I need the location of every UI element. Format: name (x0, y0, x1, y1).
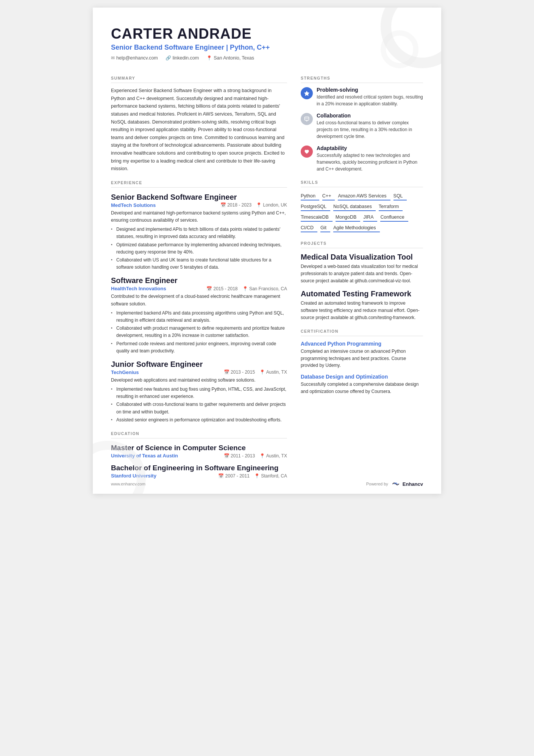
header: CARTER ANDRADE Senior Backend Software E… (111, 26, 423, 61)
project-item-1: Medical Data Visualization Tool Develope… (301, 253, 423, 285)
job-dates-icon-3: 📅 2013 - 2015 (224, 369, 255, 375)
skill-agile: Agile Methodologies (333, 224, 380, 232)
bullet-item: Implemented backend APIs and data proces… (111, 310, 287, 324)
strength-content-3: Adaptability Successfully adapted to new… (317, 145, 423, 172)
bullet-item: Optimized database performance by implem… (111, 241, 287, 256)
project-item-2: Automated Testing Framework Created an a… (301, 290, 423, 322)
edu-loc-icon-2: 📍 Stanford, CA (254, 473, 287, 479)
job-dates-icon-1: 📅 2018 - 2023 (220, 202, 251, 208)
powered-by-text: Powered by (366, 482, 388, 486)
svg-marker-0 (304, 91, 309, 96)
edu-degree-1: Master of Science in Computer Science (111, 444, 287, 452)
project-title-1: Medical Data Visualization Tool (301, 253, 423, 261)
job-dates-3: 📅 2013 - 2015 📍 Austin, TX (224, 369, 287, 375)
project-title-2: Automated Testing Framework (301, 290, 423, 298)
job-title-1: Senior Backend Software Engineer (111, 193, 287, 202)
candidate-name: CARTER ANDRADE (111, 26, 423, 42)
skills-section: SKILLS Python C++ Amazon AWS Services SQ… (301, 180, 423, 233)
edu-dates-1: 📅 2011 - 2013 📍 Austin, TX (224, 453, 287, 459)
job-meta-2: HealthTech Innovations 📅 2015 - 2018 📍 S… (111, 286, 287, 291)
contact-email: ✉ help@enhancv.com (111, 55, 158, 61)
skill-python: Python (301, 192, 319, 200)
job-meta-3: TechGenius 📅 2013 - 2015 📍 Austin, TX (111, 369, 287, 375)
bullet-item: Collaborated with cross-functional teams… (111, 401, 287, 415)
skill-cpp: C++ (322, 192, 335, 200)
edu-meta-1: University of Texas at Austin 📅 2011 - 2… (111, 453, 287, 459)
job-desc-1: Developed and maintained high-performanc… (111, 210, 287, 224)
summary-label: SUMMARY (111, 76, 287, 80)
edu-dates-icon-2: 📅 2007 - 2011 (218, 473, 249, 479)
candidate-title: Senior Backend Software Engineer | Pytho… (111, 44, 423, 52)
experience-divider (111, 187, 287, 188)
certification-divider (301, 336, 423, 336)
summary-divider (111, 83, 287, 83)
strengths-section: STRENGTHS Problem-solving Identified and… (301, 76, 423, 172)
cert-item-1: Advanced Python Programming Completed an… (301, 341, 423, 369)
job-company-1: MedTech Solutions (111, 202, 156, 208)
strength-desc-1: Identified and resolved critical system … (317, 94, 423, 107)
skill-sql: SQL (393, 192, 407, 200)
job-location-icon-2: 📍 San Francisco, CA (242, 286, 287, 291)
linkedin-icon: 🔗 (166, 55, 171, 61)
footer-url: www.enhancv.com (111, 482, 145, 486)
resume-page: CARTER ANDRADE Senior Backend Software E… (93, 8, 441, 494)
skill-git: Git (320, 224, 330, 232)
page-footer: www.enhancv.com Powered by Enhancv (111, 481, 423, 487)
skill-aws: Amazon AWS Services (338, 192, 390, 200)
job-location-icon-3: 📍 Austin, TX (259, 369, 287, 375)
job-desc-3: Developed web applications and maintaine… (111, 377, 287, 384)
skill-mongodb: MongoDB (336, 213, 361, 222)
summary-text: Experienced Senior Backend Software Engi… (111, 87, 287, 173)
contact-linkedin: 🔗 linkedin.com (166, 55, 199, 61)
skill-cicd: CI/CD (301, 224, 317, 232)
contact-location: 📍 San Antonio, Texas (206, 55, 254, 61)
bullet-item: Collaborated with US and UK teams to cre… (111, 257, 287, 271)
edu-school-1: University of Texas at Austin (111, 453, 178, 459)
cert-item-2: Database Design and Optimization Success… (301, 374, 423, 395)
skills-divider (301, 187, 423, 187)
job-dates-2: 📅 2015 - 2018 📍 San Francisco, CA (206, 286, 287, 291)
bullet-item: Performed code reviews and mentored juni… (111, 340, 287, 355)
bullet-item: Designed and implemented APIs to fetch b… (111, 226, 287, 240)
skills-label: SKILLS (301, 180, 423, 185)
strength-title-1: Problem-solving (317, 87, 423, 93)
strength-content-1: Problem-solving Identified and resolved … (317, 87, 423, 107)
main-content: SUMMARY Experienced Senior Backend Softw… (111, 68, 423, 479)
job-title-3: Junior Software Engineer (111, 360, 287, 369)
edu-degree-2: Bachelor of Engineering in Software Engi… (111, 464, 287, 472)
strength-title-2: Collaboration (317, 113, 423, 119)
bullet-item: Implemented new features and bug fixes u… (111, 386, 287, 400)
job-item: Senior Backend Software Engineer MedTech… (111, 193, 287, 271)
job-dates-1: 📅 2018 - 2023 📍 London, UK (220, 202, 287, 208)
experience-section: EXPERIENCE Senior Backend Software Engin… (111, 180, 287, 424)
projects-section: PROJECTS Medical Data Visualization Tool… (301, 241, 423, 321)
location-icon: 📍 (206, 55, 212, 61)
job-company-2: HealthTech Innovations (111, 286, 166, 291)
strength-desc-3: Successfully adapted to new technologies… (317, 152, 423, 172)
skill-timescaledb: TimescaleDB (301, 213, 333, 222)
strength-desc-2: Led cross-functional teams to deliver co… (317, 119, 423, 140)
experience-label: EXPERIENCE (111, 180, 287, 185)
education-section: EDUCATION Master of Science in Computer … (111, 431, 287, 479)
job-location-icon-1: 📍 London, UK (256, 202, 287, 208)
job-title-2: Software Engineer (111, 276, 287, 285)
edu-item-2: Bachelor of Engineering in Software Engi… (111, 464, 287, 479)
skill-terraform: Terraform (379, 203, 403, 211)
edu-dates-icon-1: 📅 2011 - 2013 (224, 453, 255, 459)
cert-desc-2: Successfully completed a comprehensive d… (301, 381, 423, 395)
skill-postgresql: PostgreSQL (301, 203, 330, 211)
cert-title-1: Advanced Python Programming (301, 341, 423, 347)
edu-meta-2: Stanford University 📅 2007 - 2011 📍 Stan… (111, 473, 287, 479)
edu-loc-icon-1: 📍 Austin, TX (259, 453, 287, 459)
left-column: SUMMARY Experienced Senior Backend Softw… (111, 68, 287, 479)
summary-section: SUMMARY Experienced Senior Backend Softw… (111, 76, 287, 173)
enhancv-logo-icon (390, 481, 401, 487)
edu-dates-2: 📅 2007 - 2011 📍 Stanford, CA (218, 473, 287, 479)
strength-content-2: Collaboration Led cross-functional teams… (317, 113, 423, 140)
bullet-item: Collaborated with product management to … (111, 325, 287, 339)
edu-school-2: Stanford University (111, 473, 156, 479)
problem-solving-icon (301, 87, 313, 99)
job-company-3: TechGenius (111, 369, 139, 375)
strengths-list: Problem-solving Identified and resolved … (301, 87, 423, 172)
strengths-label: STRENGTHS (301, 76, 423, 80)
